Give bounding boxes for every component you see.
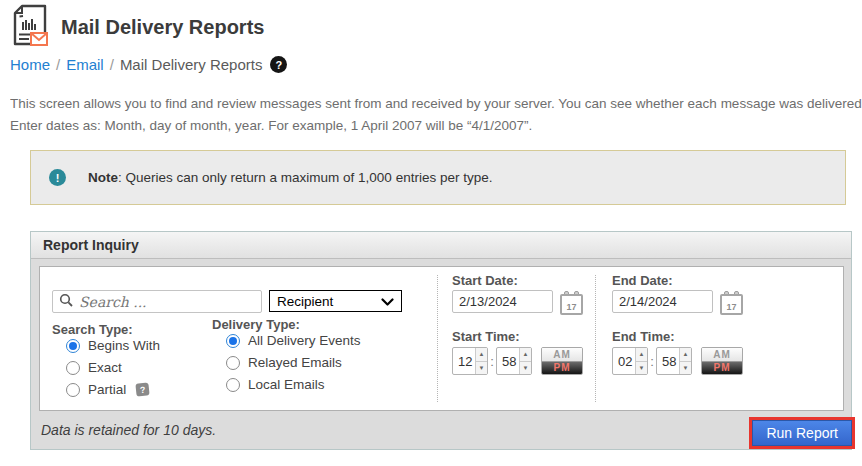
end-date-calendar-icon[interactable]: 17 — [720, 291, 743, 315]
end-time-label: End Time: — [612, 329, 675, 344]
search-type-label: Search Type: — [52, 322, 133, 337]
start-time-label: Start Time: — [452, 329, 520, 344]
run-report-button[interactable]: Run Report — [752, 420, 852, 446]
end-date-input[interactable] — [612, 290, 713, 313]
end-time-control: 02 ▲ ▼ : 58 ▲ ▼ AM PM — [612, 347, 743, 375]
radio-all-delivery-events[interactable]: All Delivery Events — [226, 333, 361, 348]
am-option[interactable]: AM — [542, 348, 582, 362]
radio-label: Relayed Emails — [248, 355, 342, 370]
start-time-minute-stepper[interactable]: 58 ▲ ▼ — [496, 347, 532, 375]
pm-option-selected[interactable]: PM — [702, 362, 742, 375]
intro-text-line2: Enter dates as: Month, day of month, yea… — [10, 118, 862, 133]
radio-button[interactable] — [66, 361, 80, 375]
note-text: Note: Queries can only return a maximum … — [88, 170, 492, 185]
annotation-highlight-box: Run Report — [749, 417, 855, 449]
spinner-arrows[interactable]: ▲ ▼ — [519, 348, 531, 374]
intro-text-line1: This screen allows you to find and revie… — [10, 96, 862, 111]
radio-button[interactable] — [66, 383, 80, 397]
time-separator: : — [648, 354, 656, 369]
spinner-up-icon: ▲ — [476, 348, 487, 362]
radio-button[interactable] — [226, 334, 240, 348]
spinner-up-icon: ▲ — [680, 348, 691, 362]
breadcrumb-email-link[interactable]: Email — [66, 56, 104, 73]
page-title: Mail Delivery Reports — [61, 16, 264, 39]
page-help-icon[interactable]: ? — [270, 56, 287, 73]
radio-label: Local Emails — [248, 377, 325, 392]
radio-label: Begins With — [88, 338, 160, 353]
breadcrumb-separator: / — [110, 56, 114, 73]
mail-report-document-icon — [10, 4, 50, 50]
radio-label: All Delivery Events — [248, 333, 361, 348]
spinner-down-icon: ▼ — [520, 362, 531, 375]
spinner-down-icon: ▼ — [680, 362, 691, 375]
end-time-hour-stepper[interactable]: 02 ▲ ▼ — [612, 347, 648, 375]
mail-delivery-reports-page: Mail Delivery Reports Home / Email / Mai… — [0, 0, 862, 466]
search-input[interactable] — [79, 294, 255, 310]
radio-button[interactable] — [226, 356, 240, 370]
start-date-label: Start Date: — [452, 273, 518, 288]
search-field — [52, 290, 262, 313]
start-date-calendar-icon[interactable]: 17 — [560, 291, 583, 315]
note-label: Note — [88, 170, 118, 185]
retention-note: Data is retained for 10 days. — [41, 422, 216, 438]
radio-local-emails[interactable]: Local Emails — [226, 377, 325, 392]
report-inquiry-title: Report Inquiry — [31, 232, 851, 259]
column-divider — [437, 275, 438, 402]
time-separator: : — [488, 354, 496, 369]
start-time-hour-stepper[interactable]: 12 ▲ ▼ — [452, 347, 488, 375]
breadcrumb-current: Mail Delivery Reports — [120, 56, 263, 73]
spinner-arrows[interactable]: ▲ ▼ — [679, 348, 691, 374]
start-time-ampm-toggle[interactable]: AM PM — [541, 347, 583, 375]
radio-relayed-emails[interactable]: Relayed Emails — [226, 355, 342, 370]
spinner-up-icon: ▲ — [520, 348, 531, 362]
spinner-arrows[interactable]: ▲ ▼ — [635, 348, 647, 374]
spinner-arrows[interactable]: ▲ ▼ — [475, 348, 487, 374]
radio-label: Partial — [88, 382, 126, 397]
breadcrumb-home-link[interactable]: Home — [10, 56, 50, 73]
partial-help-icon[interactable]: ? — [136, 382, 150, 396]
search-icon — [59, 293, 73, 311]
app-header: Mail Delivery Reports — [10, 4, 264, 50]
end-time-minute-stepper[interactable]: 58 ▲ ▼ — [656, 347, 692, 375]
radio-button[interactable] — [226, 378, 240, 392]
column-divider — [595, 275, 596, 402]
spinner-up-icon: ▲ — [636, 348, 647, 362]
chevron-down-icon — [381, 294, 394, 309]
spinner-down-icon: ▼ — [476, 362, 487, 375]
start-date-input[interactable] — [452, 290, 553, 313]
pm-option-selected[interactable]: PM — [542, 362, 582, 375]
delivery-type-label: Delivery Type: — [212, 317, 300, 332]
radio-exact[interactable]: Exact — [66, 360, 122, 375]
breadcrumb-separator: / — [56, 56, 60, 73]
report-inquiry-panel: Report Inquiry Recipient — [30, 231, 852, 450]
info-icon: ! — [49, 169, 66, 186]
note-box: ! Note: Queries can only return a maximu… — [30, 150, 846, 205]
radio-button[interactable] — [66, 339, 80, 353]
start-time-control: 12 ▲ ▼ : 58 ▲ ▼ AM PM — [452, 347, 583, 375]
radio-begins-with[interactable]: Begins With — [66, 338, 160, 353]
report-inquiry-form: Recipient Search Type: Begins With Exact — [39, 266, 844, 411]
radio-partial[interactable]: Partial ? — [66, 382, 149, 397]
filter-dropdown[interactable]: Recipient — [269, 290, 402, 312]
end-date-label: End Date: — [612, 273, 673, 288]
spinner-down-icon: ▼ — [636, 362, 647, 375]
am-option[interactable]: AM — [702, 348, 742, 362]
breadcrumb: Home / Email / Mail Delivery Reports ? — [10, 56, 287, 73]
filter-dropdown-value: Recipient — [277, 294, 381, 309]
radio-label: Exact — [88, 360, 122, 375]
end-time-ampm-toggle[interactable]: AM PM — [701, 347, 743, 375]
